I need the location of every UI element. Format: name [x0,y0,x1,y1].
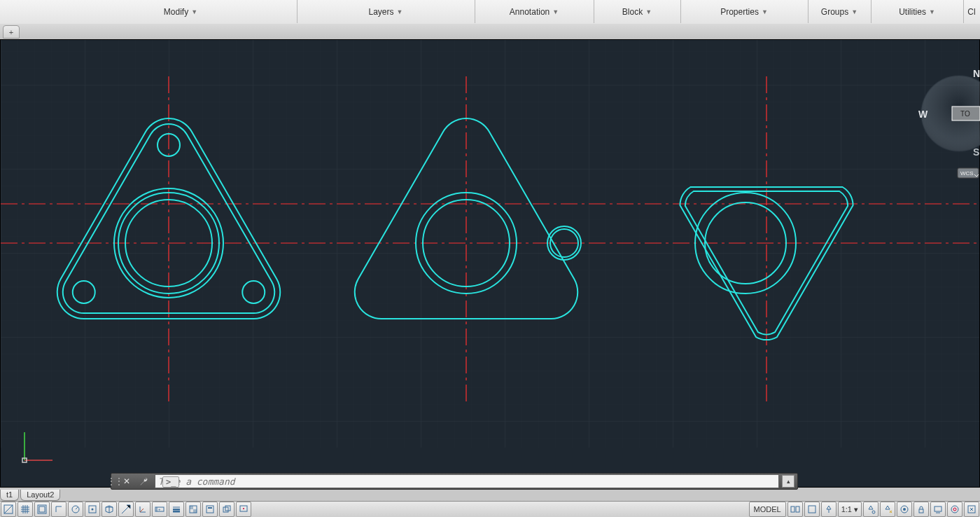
status-bar: + MODEL1:1 ▾ [0,501,980,517]
svg-rect-28 [39,506,45,512]
toolbar-lock-icon[interactable] [913,502,929,517]
layout-tab-layout2[interactable]: Layout2 [20,490,60,501]
wrench-icon[interactable] [137,475,150,488]
annotation-visibility-icon[interactable] [863,502,878,517]
viewcube-south: S [973,146,979,158]
isolate-objects-icon[interactable] [947,502,962,517]
ribbon-panel-cl[interactable]: Cl [963,0,980,23]
snap-mode-icon[interactable] [34,502,50,517]
svg-rect-50 [808,506,816,513]
svg-rect-48 [791,506,794,512]
new-tab-button[interactable]: + [3,25,20,39]
viewcube-face-top: TO [960,110,970,118]
svg-line-27 [4,505,13,513]
svg-point-51 [872,511,875,513]
ribbon-panel-groups[interactable]: Groups▼ [808,0,872,23]
snap-infer-icon[interactable] [1,502,16,517]
viewcube-wcs: WCS [960,170,974,177]
hardware-acceleration-icon[interactable] [930,502,946,517]
command-history-expand[interactable]: ▴ [782,475,794,488]
lineweight-icon[interactable] [169,502,184,517]
annotation-autoscale-icon[interactable] [880,502,895,517]
layout-tab-t1[interactable]: t1 [0,490,19,501]
svg-point-32 [92,509,94,511]
dynamic-input-icon[interactable]: + [152,502,167,517]
svg-rect-54 [919,509,923,513]
annotation-scale-value[interactable]: 1:1 ▾ [838,502,862,517]
command-line-grip[interactable]: ⋮⋮ [111,474,118,489]
layout-tab-strip: t1Layout2 [0,490,62,502]
layout-maximize-icon[interactable] [804,502,820,517]
annotation-monitor-icon[interactable] [236,502,251,517]
model-space-button[interactable]: MODEL [749,502,786,517]
svg-rect-43 [208,507,212,509]
svg-point-58 [953,508,956,511]
selection-cycling-icon[interactable] [219,502,234,517]
svg-point-53 [903,508,906,511]
layout-quick-view-icon[interactable] [788,502,803,517]
viewcube-north: N [973,68,980,79]
ribbon-panel-properties[interactable]: Properties▼ [680,0,808,23]
ribbon-panel-annotation[interactable]: Annotation▼ [475,0,594,23]
ribbon-panel-modify[interactable]: Modify▼ [64,0,298,23]
svg-rect-55 [934,506,941,511]
file-tab-strip: + [0,24,980,40]
svg-rect-2 [1,40,979,448]
ribbon-panel-layers[interactable]: Layers▼ [297,0,475,23]
annotation-scale-icon[interactable] [821,502,836,517]
3d-osnap-icon[interactable] [102,502,117,517]
object-snap-tracking-icon[interactable] [118,502,134,517]
ribbon-panel-block[interactable]: Block▼ [594,0,681,23]
polar-tracking-icon[interactable] [68,502,83,517]
viewcube[interactable]: TO N S W WCS [917,50,980,182]
svg-text:+: + [158,507,161,511]
ribbon-panel-utilities[interactable]: Utilities▼ [871,0,964,23]
grid-display-icon[interactable] [18,502,33,517]
svg-point-57 [951,506,958,513]
ribbon-panel-titles: Modify▼Layers▼Annotation▼Block▼Propertie… [0,0,980,25]
workspace-switching-icon[interactable] [897,502,912,517]
svg-rect-40 [190,506,193,509]
clean-screen-icon[interactable] [964,502,979,517]
quick-properties-icon[interactable] [202,502,218,517]
object-snap-icon[interactable] [85,502,100,517]
dynamic-ucs-icon[interactable] [135,502,150,517]
drawing-viewport[interactable] [0,39,980,488]
command-input[interactable] [155,474,779,488]
svg-rect-42 [206,506,214,513]
close-icon[interactable]: ✕ [120,475,133,488]
svg-point-47 [243,508,244,509]
viewcube-west: W [918,109,928,120]
command-line[interactable]: ⋮⋮ ✕ ▴ [111,473,798,490]
ortho-mode-icon[interactable] [51,502,66,517]
svg-rect-49 [796,506,799,512]
cad-canvas[interactable] [1,40,979,487]
transparency-icon[interactable] [186,502,201,517]
svg-rect-41 [193,509,197,513]
